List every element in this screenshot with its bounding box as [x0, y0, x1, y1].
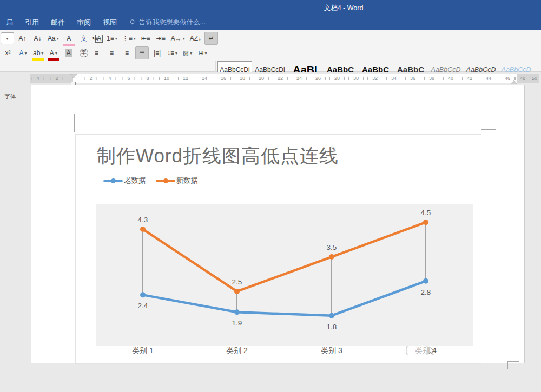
ruler-number: 8	[146, 76, 149, 82]
font-color-button[interactable]: A	[47, 46, 60, 59]
svg-text:2.8: 2.8	[421, 288, 431, 296]
ruler-number: 22	[278, 76, 283, 82]
tell-me-label: 告诉我您想要做什么...	[139, 18, 206, 27]
ruler-number: 26	[315, 76, 321, 82]
svg-text:类别 1: 类别 1	[132, 346, 154, 355]
enclose-characters-button[interactable]: 字	[77, 46, 90, 59]
svg-text:2.5: 2.5	[232, 278, 242, 286]
margin-crop-mark-top-left	[60, 114, 75, 132]
ruler-number: 50	[532, 76, 537, 82]
ruler-number: 34	[391, 76, 397, 82]
ruler-number: 24	[296, 76, 302, 82]
tab-view[interactable]: 视图	[97, 15, 123, 30]
shrink-font-button[interactable]: A↓	[31, 32, 44, 45]
multilevel-list-button[interactable]: ⋮≡	[121, 32, 137, 45]
numbering-button[interactable]: 1≡	[105, 32, 119, 45]
paragraph-group-row1: •≡ 1≡ ⋮≡ ⇤≡ ⇥≡ A↔ AZ↓ ↵	[90, 32, 218, 45]
font-size-dropdown-partial[interactable]: ▾	[1, 32, 14, 44]
left-indent-marker[interactable]	[71, 82, 76, 85]
increase-indent-button[interactable]: ⇥≡	[154, 32, 168, 45]
tab-references[interactable]: 引用	[19, 15, 45, 30]
tab-layout-partial[interactable]: 局	[0, 15, 19, 30]
svg-text:类别 3: 类别 3	[321, 346, 342, 355]
align-right-button[interactable]: ≡	[120, 46, 134, 59]
accent-bar	[48, 58, 59, 61]
character-shading-button[interactable]: A	[62, 46, 75, 59]
word-window: 文档4 - Word 局引用邮件审阅视图 告诉我您想要做什么... ▾ A↑ A…	[0, 0, 541, 392]
bullets-button[interactable]: •≡	[90, 32, 103, 45]
margin-crop-mark-top-right	[481, 115, 496, 130]
sort-button[interactable]: AZ↓	[188, 32, 203, 45]
tab-review[interactable]: 审阅	[71, 15, 97, 30]
right-indent-marker[interactable]	[511, 80, 517, 84]
ruler-number: 44	[486, 76, 491, 82]
ruler-number: 6	[127, 76, 130, 82]
ruler-number: 10	[164, 76, 169, 82]
align-left-button[interactable]: ≡	[90, 46, 103, 59]
highlight-button[interactable]: ab	[31, 46, 45, 59]
ruler-band: 42 2468101214161820222426283032343638404…	[0, 72, 541, 85]
svg-text:3.5: 3.5	[327, 243, 337, 251]
shading-button[interactable]: ▨	[181, 46, 194, 59]
ribbon-tab-row: 局引用邮件审阅视图	[0, 15, 541, 30]
ruler-number: 40	[448, 76, 453, 82]
svg-text:类别 2: 类别 2	[226, 346, 248, 355]
decrease-indent-button[interactable]: ⇤≡	[139, 32, 153, 45]
accent-bar	[63, 44, 75, 46]
ruler-number: 36	[410, 76, 415, 82]
ruler-number: 46	[505, 76, 510, 82]
svg-text:2.4: 2.4	[138, 302, 148, 310]
distribute-button[interactable]: |≡|	[150, 46, 164, 59]
line-spacing-button[interactable]: ↕≡	[166, 46, 179, 59]
ruler-number: 14	[202, 76, 207, 82]
tab-mailings[interactable]: 邮件	[45, 15, 71, 30]
show-hide-marks-button[interactable]: ↵	[204, 32, 218, 45]
superscript-button[interactable]: x²	[1, 46, 15, 59]
ruler-number: 2	[89, 76, 92, 82]
ruler-number: 42	[467, 76, 472, 82]
ruler-number: 18	[240, 76, 245, 82]
ruler-number: 30	[353, 76, 359, 82]
change-case-button[interactable]: Aa	[46, 32, 61, 45]
svg-text:1.9: 1.9	[232, 319, 242, 327]
asian-layout-button[interactable]: A↔	[169, 32, 187, 45]
tell-me-box[interactable]: 告诉我您想要做什么...	[124, 15, 210, 30]
title-bar: 文档4 - Word	[0, 0, 541, 15]
line-chart: 2.41.91.82.84.32.53.54.5类别 1类别 2类别 3类别 4	[76, 135, 481, 363]
grow-font-button[interactable]: A↑	[16, 32, 29, 45]
text-effects-button[interactable]: A	[16, 46, 30, 59]
ruler-number: 48	[520, 76, 525, 82]
margin-crop-mark-bottom-right	[507, 361, 519, 369]
ruler-number: 12	[183, 76, 188, 82]
borders-button[interactable]: ⊞	[196, 46, 209, 59]
paragraph-group-row2: ≡ ≡ ≡ ≣ |≡| ↕≡ ▨ ⊞	[90, 46, 209, 59]
ruler: 42 2468101214161820222426283032343638404…	[30, 74, 539, 83]
phonetic-guide-button[interactable]: 文	[77, 32, 91, 45]
align-center-button[interactable]: ≡	[105, 46, 118, 59]
ruler-number: 28	[334, 76, 340, 82]
svg-text:4.5: 4.5	[421, 209, 431, 217]
justify-button[interactable]: ≣	[135, 46, 149, 59]
ruler-number: 32	[372, 76, 378, 82]
first-line-indent-marker[interactable]	[70, 74, 77, 78]
ruler-number: 20	[259, 76, 264, 82]
chart-object[interactable]: 制作Word折线图高低点连线 老数据 新数据 2.41.91.82.84.32.…	[75, 134, 481, 364]
svg-text:1.8: 1.8	[327, 323, 337, 331]
ruler-number: 4	[108, 76, 111, 82]
ribbon: ▾ A↑ A↓ Aa A 文 A	[0, 30, 541, 72]
font-group-label: 字体	[4, 92, 16, 101]
ruler-number: 4	[36, 76, 39, 82]
ruler-number: 2	[55, 76, 58, 82]
ruler-number: 38	[429, 76, 434, 82]
ruler-number: 16	[221, 76, 226, 82]
font-group-row2: x² A ab A A 字	[1, 46, 90, 59]
window-title: 文档4 - Word	[0, 4, 541, 13]
lightbulb-icon	[129, 19, 136, 26]
accent-bar	[32, 58, 44, 61]
svg-text:4.3: 4.3	[138, 216, 148, 224]
clear-formatting-button[interactable]: A	[62, 32, 76, 45]
